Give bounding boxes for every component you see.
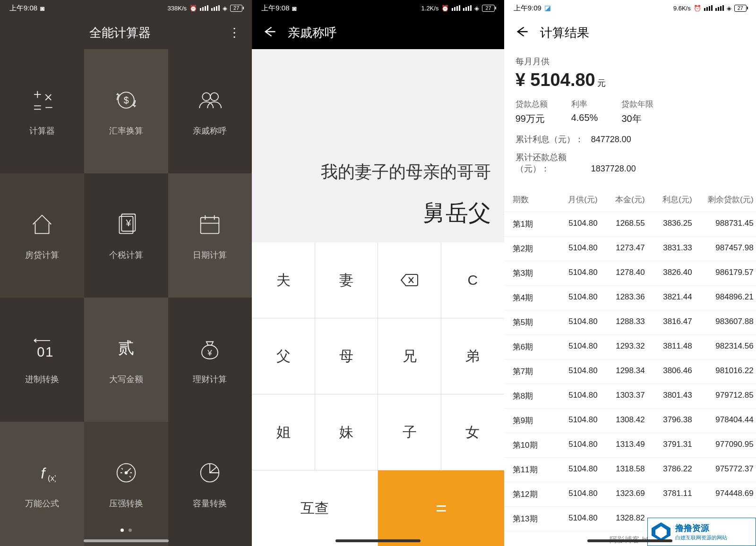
col-header: 本金(元) <box>598 194 645 205</box>
table-row: 第4期5104.801283.363821.44984896.21 <box>504 286 756 310</box>
currency-icon: $ <box>112 86 140 114</box>
feature-upper[interactable]: 贰大写金额 <box>84 298 168 422</box>
phone-home: 上午9:08 ◙ 338K/s ⏰ ◈ 27 全能计算器 ⋮ 计算器$汇率换算亲… <box>0 0 252 546</box>
gauge-icon <box>112 459 140 486</box>
svg-point-2 <box>203 93 211 101</box>
result-text: 舅岳父 <box>423 198 491 228</box>
status-speed: 1.2K/s <box>421 5 439 12</box>
result-body: 每月月供 ¥ 5104.80元 贷款总额99万元利率4.65%贷款年限30年 累… <box>504 49 756 546</box>
key-妻[interactable]: 妻 <box>315 242 378 318</box>
table-header: 期数月供(元)本金(元)利息(元)剩余贷款(元) <box>504 188 756 212</box>
key-equals[interactable]: = <box>378 470 504 546</box>
battery-icon: 27 <box>734 5 747 12</box>
stat-value: 99万元 <box>515 112 548 125</box>
svg-text:贰: 贰 <box>118 338 134 356</box>
stat-item: 利率4.65% <box>571 99 598 125</box>
tax-icon: ¥ <box>112 211 140 238</box>
status-speed: 338K/s <box>168 5 187 12</box>
home-indicator[interactable] <box>587 539 672 542</box>
svg-point-3 <box>211 93 219 101</box>
binary-icon: 01 <box>28 335 56 362</box>
table-row: 第11期5104.801318.583786.22975772.37 <box>504 458 756 482</box>
table-row: 第5期5104.801288.333816.47983607.88 <box>504 310 756 335</box>
key-backspace[interactable] <box>378 242 441 318</box>
feature-calendar[interactable]: 日期计算 <box>168 173 252 298</box>
col-header: 月供(元) <box>550 194 598 205</box>
feature-binary[interactable]: 01进制转换 <box>0 298 84 422</box>
key-弟[interactable]: 弟 <box>441 318 504 394</box>
feature-label: 进制转换 <box>25 374 59 385</box>
status-bar: 上午9:09 ◪ 9.6K/s ⏰ ◈ 27 <box>504 0 756 16</box>
table-body[interactable]: 第1期5104.801268.553836.25988731.45第2期5104… <box>504 212 756 531</box>
feature-label: 压强转换 <box>109 498 143 509</box>
col-header: 剩余贷款(元) <box>692 194 754 205</box>
status-time: 上午9:08 <box>261 4 289 13</box>
back-icon[interactable] <box>263 25 276 40</box>
home-indicator[interactable] <box>335 539 421 542</box>
col-header: 期数 <box>513 194 550 205</box>
feature-tax[interactable]: ¥个税计算 <box>84 173 168 298</box>
table-row: 第8期5104.801303.373801.43979712.85 <box>504 384 756 409</box>
feature-label: 日期计算 <box>193 249 227 261</box>
stat-value: 30年 <box>621 112 653 125</box>
key-夫[interactable]: 夫 <box>252 242 315 318</box>
stats-row: 贷款总额99万元利率4.65%贷款年限30年 <box>515 99 745 125</box>
key-姐[interactable]: 姐 <box>252 394 315 470</box>
key-子[interactable]: 子 <box>378 394 441 470</box>
formula-icon: f(x) <box>28 459 56 486</box>
home-indicator[interactable] <box>84 539 169 542</box>
table-row: 第10期5104.801313.493791.31977090.95 <box>504 433 756 458</box>
feature-house[interactable]: 房贷计算 <box>0 173 84 298</box>
key-女[interactable]: 女 <box>441 394 504 470</box>
key-swap[interactable]: 互查 <box>252 470 378 546</box>
stat-label: 贷款年限 <box>621 99 653 110</box>
key-C[interactable]: C <box>441 242 504 318</box>
table-row: 第9期5104.801308.423796.38978404.44 <box>504 409 756 433</box>
expression-text: 我的妻子的母亲的哥哥 <box>321 161 491 184</box>
feature-label: 万能公式 <box>25 498 59 509</box>
calc-icon <box>28 86 56 114</box>
titlebar: 全能计算器 ⋮ <box>0 16 252 49</box>
phone-relative: 上午9:08 ◙ 1.2K/s ⏰ ◈ 27 亲戚称呼 我的妻子的母亲的哥哥 舅… <box>252 0 504 546</box>
stat-label: 贷款总额 <box>515 99 548 110</box>
key-兄[interactable]: 兄 <box>378 318 441 394</box>
alarm-icon: ⏰ <box>441 5 449 12</box>
svg-text:¥: ¥ <box>125 218 131 228</box>
more-icon[interactable]: ⋮ <box>228 26 241 40</box>
calendar-icon <box>196 211 223 238</box>
svg-point-15 <box>125 471 127 474</box>
table-row: 第6期5104.801293.323811.48982314.56 <box>504 335 756 359</box>
key-母[interactable]: 母 <box>315 318 378 394</box>
key-父[interactable]: 父 <box>252 318 315 394</box>
stat-item: 贷款年限30年 <box>621 99 653 125</box>
col-header: 利息(元) <box>645 194 692 205</box>
table-row: 第1期5104.801268.553836.25988731.45 <box>504 212 756 237</box>
total-row: 累计利息（元）：847728.00 <box>515 134 745 145</box>
feature-grid: 计算器$汇率换算亲戚称呼房贷计算¥个税计算日期计算01进制转换贰大写金额¥理财计… <box>0 49 252 546</box>
summary-block: 每月月供 ¥ 5104.80元 贷款总额99万元利率4.65%贷款年限30年 <box>504 49 756 134</box>
feature-label: 计算器 <box>29 125 55 136</box>
page-title: 全能计算器 <box>11 25 228 41</box>
alarm-icon: ⏰ <box>189 5 197 12</box>
key-妹[interactable]: 妹 <box>315 394 378 470</box>
feature-currency[interactable]: $汇率换算 <box>84 49 168 173</box>
page-title: 计算结果 <box>540 25 745 41</box>
monthly-label: 每月月供 <box>515 56 745 67</box>
feature-pie[interactable]: 容量转换 <box>168 422 252 546</box>
battery-icon: 27 <box>482 5 494 12</box>
svg-text:f: f <box>41 465 46 482</box>
back-icon[interactable] <box>515 25 529 40</box>
feature-formula[interactable]: f(x)万能公式 <box>0 422 84 546</box>
totals-block: 累计利息（元）：847728.00累计还款总额（元）：1837728.00 <box>504 134 756 188</box>
feature-label: 汇率换算 <box>109 125 143 136</box>
pie-icon <box>196 459 223 486</box>
titlebar: 亲戚称呼 <box>252 16 504 49</box>
feature-calc[interactable]: 计算器 <box>0 49 84 173</box>
feature-gauge[interactable]: 压强转换 <box>84 422 168 546</box>
feature-people[interactable]: 亲戚称呼 <box>168 49 252 173</box>
wifi-icon: ◈ <box>474 5 479 12</box>
page-dots <box>120 529 132 532</box>
signal-icon <box>715 5 724 11</box>
table-row: 第3期5104.801278.403826.40986179.57 <box>504 261 756 286</box>
feature-moneybag[interactable]: ¥理财计算 <box>168 298 252 422</box>
